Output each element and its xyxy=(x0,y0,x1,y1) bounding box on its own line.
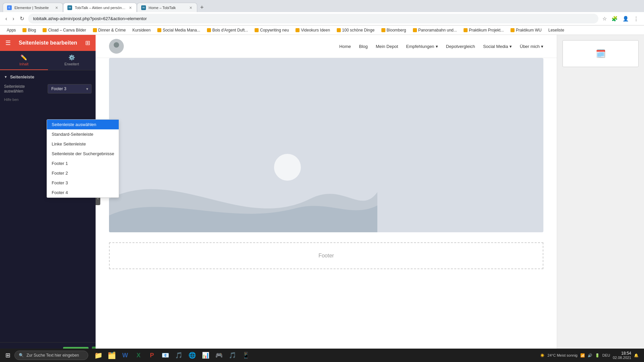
taskbar-app-mail[interactable]: 📧 xyxy=(159,349,171,361)
bookmark-bois[interactable]: Bois d'Argent Duft... xyxy=(204,27,251,33)
pencil-icon: ✏️ xyxy=(20,54,27,61)
tab-inhalt[interactable]: ✏️ Inhalt xyxy=(0,51,48,70)
tab-tobitalk[interactable]: W TobiTalk – Aktien und persönlich... × xyxy=(63,3,137,12)
sidebar-menu-icon[interactable]: ☰ xyxy=(5,39,11,47)
bookmark-wu-icon xyxy=(511,28,515,32)
bookmark-star-icon[interactable]: ☆ xyxy=(601,14,608,23)
bookmark-social[interactable]: Social Media Mana... xyxy=(155,27,203,33)
tab-close-1[interactable]: × xyxy=(55,5,59,10)
bookmark-blog[interactable]: Blog xyxy=(20,27,39,33)
social-chevron-icon: ▾ xyxy=(509,44,512,49)
taskbar-search-label: Zur Suche Text hier eingeben xyxy=(26,353,79,358)
taskbar-app-phone[interactable]: 📱 xyxy=(240,349,252,361)
bookmark-dinner-label: Dinner & Crime xyxy=(98,28,126,33)
tab-erweitert-label: Erweitert xyxy=(64,62,79,66)
bookmark-bois-label: Bois d'Argent Duft... xyxy=(212,28,248,33)
taskbar-app-chrome[interactable]: 🌐 xyxy=(186,349,198,361)
sidebar-grid-icon[interactable]: ⊞ xyxy=(85,39,90,47)
nav-socialmedia[interactable]: Social Media ▾ xyxy=(483,44,512,49)
nav-blog[interactable]: Blog xyxy=(359,44,368,49)
extensions-icon[interactable]: 🧩 xyxy=(610,14,619,23)
bookmark-panorama[interactable]: Panoramabahn und... xyxy=(410,27,460,33)
section-header[interactable]: ▼ Seitenleiste xyxy=(4,74,92,79)
back-button[interactable]: ‹ xyxy=(4,14,8,23)
seitenleiste-select[interactable]: Seitenleiste auswählen Standard-Seitenle… xyxy=(48,84,92,94)
bookmark-praktikum-icon xyxy=(464,28,468,32)
dropdown-item-0[interactable]: Seitenleiste auswählen xyxy=(47,120,96,129)
search-icon: 🔍 xyxy=(19,353,24,358)
bookmark-bloomberg[interactable]: Bloomberg xyxy=(379,27,409,33)
notification-icon[interactable]: 🔔 xyxy=(634,353,639,358)
bookmark-canva-label: Cload – Canva Bilder xyxy=(48,28,86,33)
bookmark-lese[interactable]: Leseliste xyxy=(546,27,567,33)
nav-home[interactable]: Home xyxy=(339,44,351,49)
taskbar-app-game[interactable]: 🎮 xyxy=(213,349,225,361)
bookmark-100[interactable]: 100 schöne Dinge xyxy=(334,27,377,33)
nav-empfehlungen[interactable]: Empfehlungen ▾ xyxy=(406,44,438,49)
bookmark-canva[interactable]: Cload – Canva Bilder xyxy=(40,27,89,33)
bookmark-dinner[interactable]: Dinner & Crime xyxy=(90,27,128,33)
address-icons: ☆ 🧩 👤 ⋮ xyxy=(601,14,640,23)
tab-close-3[interactable]: × xyxy=(189,5,193,10)
bookmark-praktikum[interactable]: Praktikum Projekt... xyxy=(461,27,506,33)
main-layout: ☰ Seitenleiste bearbeiten ⊞ ✏️ Inhalt ⚙️… xyxy=(0,35,644,362)
taskbar-app-chart[interactable]: 📊 xyxy=(200,349,212,361)
nav-depotvergleich[interactable]: Depotvergleich xyxy=(446,44,475,49)
forward-button[interactable]: › xyxy=(11,14,15,23)
dropdown-item-5[interactable]: Footer 2 xyxy=(47,168,96,178)
reload-button[interactable]: ↻ xyxy=(18,14,25,23)
bookmark-kurs[interactable]: Kursideen xyxy=(130,27,153,33)
bookmark-blog-label: Blog xyxy=(28,28,36,33)
taskbar-app-explorer[interactable]: 🗂️ xyxy=(106,349,118,361)
nav-social-label: Social Media xyxy=(483,44,508,49)
taskbar-time[interactable]: 18:54 02.08.2021 xyxy=(613,351,631,360)
new-tab-button[interactable]: + xyxy=(197,3,207,12)
bookmark-wu[interactable]: Praktikum WU xyxy=(508,27,544,33)
address-input[interactable] xyxy=(28,14,598,23)
sidebar-header: ☰ Seitenleiste bearbeiten ⊞ xyxy=(0,35,96,51)
hero-circle xyxy=(274,154,301,181)
dropdown-item-4[interactable]: Footer 1 xyxy=(47,159,96,168)
taskbar-app-word[interactable]: W xyxy=(119,349,131,361)
uber-chevron-icon: ▾ xyxy=(541,44,543,49)
nav-uebermich[interactable]: Über mich ▾ xyxy=(520,44,543,49)
dropdown-item-3[interactable]: Seitenleiste der Suchergebnisse xyxy=(47,149,96,159)
taskbar-search[interactable]: 🔍 Zur Suche Text hier eingeben xyxy=(14,351,88,360)
bookmark-copy[interactable]: Copywriting neu xyxy=(252,27,291,33)
bookmark-kurs-label: Kursideen xyxy=(132,28,151,33)
tab-close-2[interactable]: × xyxy=(128,5,132,10)
dropdown-item-2[interactable]: Linke Seitenleiste xyxy=(47,139,96,149)
bookmark-social-label: Social Media Mana... xyxy=(163,28,200,33)
dropdown-item-1[interactable]: Standard-Seitenleiste xyxy=(47,129,96,139)
taskbar-app-excel[interactable]: X xyxy=(132,349,145,361)
bookmark-video[interactable]: Videokurs Ideen xyxy=(293,27,333,33)
taskbar-app-spotify[interactable]: 🎵 xyxy=(226,349,238,361)
profile-icon[interactable]: 👤 xyxy=(621,14,630,23)
browser-chrome: E Elementor | Testseite × W TobiTalk – A… xyxy=(0,0,644,35)
preview-frame: Home Blog Mein Depot Empfehlungen ▾ Depo… xyxy=(96,35,557,362)
bookmark-video-label: Videokurs Ideen xyxy=(301,28,330,33)
start-button[interactable]: ⊞ xyxy=(3,350,13,360)
preview-nav: Home Blog Mein Depot Empfehlungen ▾ Depo… xyxy=(96,35,557,58)
field-label-seitenleiste: Seitenleiste auswählen xyxy=(4,84,44,94)
tab-erweitert[interactable]: ⚙️ Erweitert xyxy=(48,51,96,70)
dropdown-item-6[interactable]: Footer 3 xyxy=(47,178,96,188)
tab-elementor[interactable]: E Elementor | Testseite × xyxy=(3,3,63,12)
tab-title-1: Elementor | Testseite xyxy=(14,6,52,10)
bookmark-lese-label: Leseliste xyxy=(548,28,564,33)
taskbar-app-powerpoint[interactable]: P xyxy=(146,349,158,361)
bookmark-apps[interactable]: Apps xyxy=(4,27,18,33)
taskbar-clock: 18:54 xyxy=(613,351,631,356)
field-select-wrap: Seitenleiste auswählen Standard-Seitenle… xyxy=(48,84,92,94)
dropdown-item-7[interactable]: Footer 4 xyxy=(47,188,96,197)
taskbar-app-music[interactable]: 🎵 xyxy=(173,349,185,361)
right-sidebar: 🗓️ xyxy=(557,35,644,362)
bookmark-canva-icon xyxy=(43,28,47,32)
menu-icon[interactable]: ⋮ xyxy=(632,14,640,23)
tab-bar: E Elementor | Testseite × W TobiTalk – A… xyxy=(0,0,644,12)
nav-depot[interactable]: Mein Depot xyxy=(376,44,398,49)
right-widget[interactable]: 🗓️ xyxy=(562,40,639,67)
taskbar-app-files[interactable]: 📁 xyxy=(92,349,104,361)
tab-home[interactable]: W Home – TobiTalk × xyxy=(137,3,197,12)
tab-inhalt-label: Inhalt xyxy=(19,62,29,66)
